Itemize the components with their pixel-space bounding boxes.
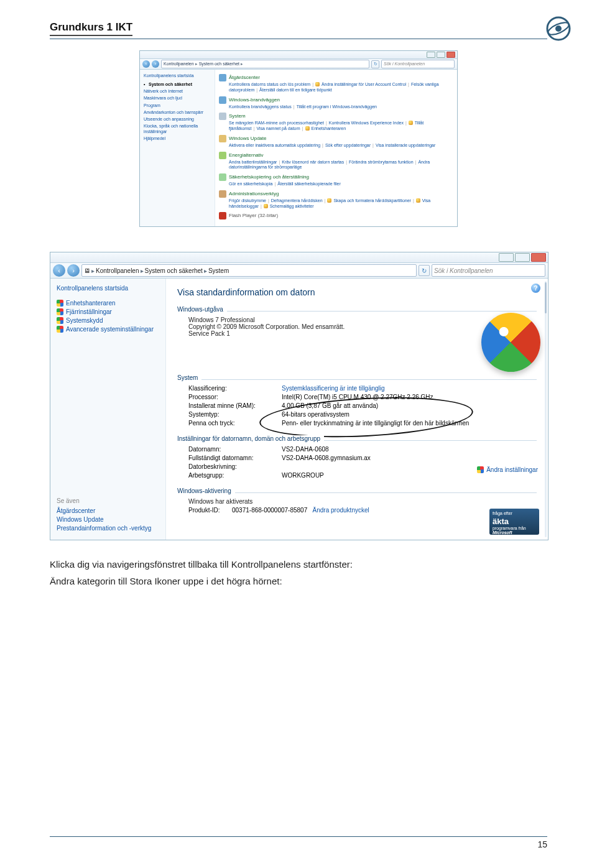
category-icon [219, 74, 226, 81]
sidebar-item[interactable]: Avancerade systeminställningar [57, 326, 159, 333]
sidebar-item[interactable]: Program [144, 103, 211, 109]
category-heading[interactable]: Administrationsverktyg [219, 190, 453, 198]
window-titlebar [140, 51, 457, 59]
change-settings-link[interactable]: Ändra inställningar [477, 466, 538, 473]
sidebar-item[interactable]: Utseende och anpassning [144, 117, 211, 122]
see-also-link[interactable]: Windows Update [57, 516, 159, 523]
category-link[interactable]: Tillåt ett program i Windows-brandväggen [297, 104, 377, 109]
breadcrumb[interactable]: Kontrollpanelen ▸ System och säkerhet ▸ [161, 60, 369, 68]
address-bar: ‹ › 🖥 ▸ Kontrollpanelen ▸ System och säk… [50, 263, 548, 279]
category-link[interactable]: Förändra strömbrytarnas funktion [349, 160, 414, 164]
breadcrumb-item[interactable]: System [208, 267, 229, 274]
category-link[interactable]: Återställ datorn till en tidigare tidpun… [259, 88, 332, 92]
category-link[interactable]: Sök efter uppdateringar [325, 143, 371, 147]
forward-button[interactable]: › [152, 60, 159, 68]
control-panel-home-link[interactable]: Kontrollpanelens startsida [144, 73, 211, 79]
category-link[interactable]: Kontrollera datorns status och lös probl… [229, 82, 310, 86]
change-product-key-link[interactable]: Ändra produktnyckel [313, 507, 369, 514]
sidebar-item[interactable]: Systemskydd [57, 317, 159, 324]
maximize-button[interactable] [437, 52, 445, 58]
breadcrumb-item[interactable]: System och säkerhet [145, 267, 203, 274]
refresh-button[interactable]: ↻ [419, 265, 430, 276]
breadcrumb-item[interactable]: Kontrollpanelen [164, 62, 194, 67]
shield-icon [315, 82, 320, 86]
category: EnergialternativÄndra batteriinställning… [219, 152, 453, 171]
category-heading[interactable]: Windows-brandväggen [219, 96, 453, 104]
category-link[interactable]: Se mängden RAM-minne och processorhastig… [229, 121, 324, 125]
refresh-button[interactable]: ↻ [371, 60, 379, 68]
page-number: 15 [537, 839, 547, 849]
forward-button[interactable]: › [67, 264, 80, 277]
sidebar-item[interactable]: Användarkonton och barnspärr [144, 110, 211, 116]
category-link[interactable]: Kräv lösenord när datorn startas [282, 160, 344, 164]
see-also-link[interactable]: Åtgärdscenter [57, 507, 159, 514]
system-property-row: Systemtyp:64-bitars operativsystem [188, 411, 537, 418]
product-id-row: Produkt-ID: 00371-868-0000007-85807 Ändr… [188, 507, 537, 514]
close-button[interactable] [531, 253, 546, 262]
system-property-row: Processor:Intel(R) Core(TM) i5 CPU M 430… [188, 394, 537, 400]
category-heading[interactable]: System [219, 113, 453, 120]
see-also-link[interactable]: Prestandainformation och -verktyg [57, 525, 159, 532]
chevron-right-icon: ▸ [91, 267, 95, 274]
category-panel: ÅtgärdscenterKontrollera datorns status … [215, 70, 457, 226]
shield-icon [57, 308, 63, 315]
category-link[interactable]: Gör en säkerhetskopia [229, 182, 272, 186]
address-bar: ‹ › Kontrollpanelen ▸ System och säkerhe… [140, 59, 457, 70]
breadcrumb-item[interactable]: System och säkerhet [199, 62, 239, 67]
category-links: Ändra batteriinställningar|Kräv lösenord… [229, 160, 453, 171]
rating-link[interactable]: Systemklassificering är inte tillgänglig [282, 385, 385, 392]
sidebar-item[interactable]: Klocka, språk och nationella inställning… [144, 124, 211, 135]
category-link[interactable]: Aktivera eller inaktivera automatisk upp… [229, 143, 320, 147]
category-links: Kontrollera datorns status och lös probl… [229, 82, 453, 93]
sidebar-item[interactable]: Fjärrinställningar [57, 308, 159, 315]
globe-logo-icon [545, 15, 572, 42]
minimize-button[interactable] [499, 253, 514, 262]
scrollbar[interactable] [545, 281, 547, 537]
back-button[interactable]: ‹ [53, 264, 65, 277]
category-link[interactable]: Frigör diskutrymme [229, 198, 266, 203]
maximize-button[interactable] [515, 253, 530, 262]
breadcrumb[interactable]: 🖥 ▸ Kontrollpanelen ▸ System och säkerhe… [81, 264, 417, 277]
see-also-section: Se även ÅtgärdscenterWindows UpdatePrest… [57, 497, 159, 533]
category-link[interactable]: Schemalägg aktiviteter [264, 204, 314, 208]
back-button[interactable]: ‹ [142, 60, 150, 68]
control-panel-home-link[interactable]: Kontrollpanelens startsida [57, 285, 159, 292]
category-icon [219, 152, 226, 159]
category-link[interactable]: Ändra batteriinställningar [229, 160, 277, 164]
category-heading[interactable]: Windows Update [219, 135, 453, 142]
category-heading[interactable]: Energialternativ [219, 152, 453, 159]
category-link[interactable]: Skapa och formatera hårddiskpartitioner [327, 198, 410, 203]
shield-icon [305, 126, 310, 131]
category-heading[interactable]: Flash Player (32-bitar) [219, 212, 453, 219]
sidebar-item[interactable]: Nätverk och Internet [144, 89, 211, 95]
sidebar-item[interactable]: Hjälpmedel [144, 136, 211, 142]
chevron-right-icon: ▸ [241, 62, 243, 67]
genuine-microsoft-badge[interactable]: fråga efter äkta programvara från Micros… [489, 509, 539, 535]
category-link[interactable]: Kontrollera brandväggens status [229, 104, 292, 109]
category-link[interactable]: Visa namnet på datorn [256, 126, 300, 131]
minimize-button[interactable] [427, 52, 435, 58]
category-link[interactable]: Kontrollera Windows Experience Index [329, 121, 404, 125]
category-heading[interactable]: Åtgärdscenter [219, 74, 453, 81]
category-link[interactable]: Ändra inställningar för User Account Con… [315, 82, 406, 86]
category-link[interactable]: Återställ säkerhetskopierade filer [277, 182, 341, 186]
category-link[interactable]: Defragmentera hårddisken [271, 198, 323, 203]
see-also-label: Se även [57, 497, 159, 504]
sidebar-item[interactable]: Maskinvara och ljud [144, 96, 211, 101]
category-heading[interactable]: Säkerhetskopiering och återställning [219, 173, 453, 181]
close-button[interactable] [447, 52, 455, 58]
help-icon[interactable]: ? [531, 284, 540, 293]
shield-icon [416, 198, 420, 203]
sidebar-item[interactable]: Enhetshanteraren [57, 300, 159, 307]
search-input[interactable]: Sök i Kontrollpanelen [381, 60, 455, 68]
category-icon [219, 135, 226, 142]
breadcrumb-item[interactable]: Kontrollpanelen [96, 267, 139, 274]
sidebar-item[interactable]: System och säkerhet [144, 82, 211, 88]
search-input[interactable]: Sök i Kontrollpanelen [432, 264, 545, 277]
category-link[interactable]: Enhetshanteraren [305, 126, 346, 131]
edition-line: Windows 7 Professional [188, 316, 537, 323]
category-link[interactable]: Visa installerade uppdateringar [376, 143, 435, 147]
category: Säkerhetskopiering och återställningGör … [219, 173, 453, 187]
document-footer: 15 [50, 836, 547, 849]
category: AdministrationsverktygFrigör diskutrymme… [219, 190, 453, 210]
